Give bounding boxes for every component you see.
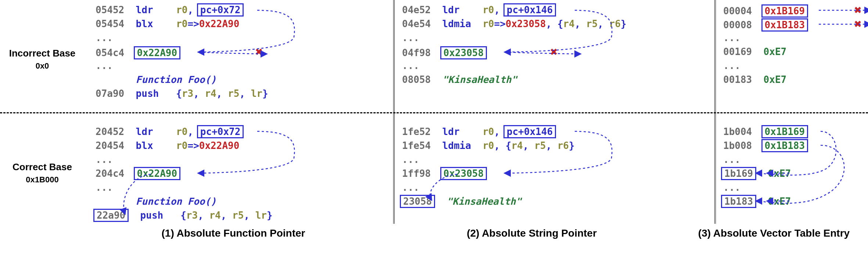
col2-top-block: 04e52 ldr r0, pc+0x146 04e54 ldmia r0=>0… [402,3,707,87]
pc-imm: pc+0x72 [197,3,244,17]
caption-1: (1) Absolute Function Pointer [88,227,379,249]
cross-icon: ✖ [550,44,557,59]
label-correct-title: Correct Base [0,161,85,173]
ptr-value: 0x23058 [440,167,487,180]
vec-entry: 0x1B169 [761,125,808,138]
pc-imm: pc+0x146 [503,125,556,138]
label-incorrect-title: Incorrect Base [0,48,85,59]
caption-3: (3) Absolute Vector Table Entry [685,227,863,249]
label-correct: Correct Base 0x1B000 [0,161,85,185]
cross-icon: ✖ [255,44,263,59]
col2-bot-block: 1fe52 ldr r0, pc+0x146 1fe54 ldmia r0, {… [402,125,707,208]
col1-bot-block: 20452 ldr r0, pc+0x72 20454 blx r0=>0x22… [96,125,386,222]
ptr-value: 0x22A90 [134,167,181,180]
col1-top-block: 05452 ldr r0, pc+0x72 05454 blx r0=>0x22… [96,3,386,101]
vec-entry: 0x1B183 [761,18,808,32]
caption-2: (2) Absolute String Pointer [379,227,685,249]
figure: Incorrect Base 0x0 Correct Base 0x1B000 … [0,0,868,224]
label-correct-sub: 0x1B000 [0,175,85,185]
col-vector-table: 00004 0x1B169 ✖ 00008 0x1B183 ✖ ... 0016… [716,0,868,224]
pc-imm: pc+0x146 [503,3,556,17]
captions-row: (1) Absolute Function Pointer (2) Absolu… [88,227,868,249]
col-string-pointer: 04e52 ldr r0, pc+0x146 04e54 ldmia r0=>0… [395,0,714,224]
col3-bot-block: 1b004 0x1B169 1b008 0x1B183 ... 1b169 0x… [723,125,868,208]
pc-imm: pc+0x72 [197,125,244,138]
col-func-pointer: 05452 ldr r0, pc+0x72 05454 blx r0=>0x22… [88,0,393,224]
label-column: Incorrect Base 0x0 Correct Base 0x1B000 [0,0,88,224]
col3-top-block: 00004 0x1B169 ✖ 00008 0x1B183 ✖ ... 0016… [723,3,868,87]
ptr-value: 0x23058 [440,46,487,59]
vec-entry: 0x1B183 [761,139,808,152]
ptr-value: 0x22A90 [134,46,181,59]
cross-icon: ✖ [854,17,861,31]
columns: 05452 ldr r0, pc+0x72 05454 blx r0=>0x22… [88,0,868,224]
vec-entry: 0x1B169 [761,4,808,18]
label-incorrect-sub: 0x0 [0,61,85,71]
label-incorrect: Incorrect Base 0x0 [0,48,85,71]
cross-icon: ✖ [854,3,861,17]
